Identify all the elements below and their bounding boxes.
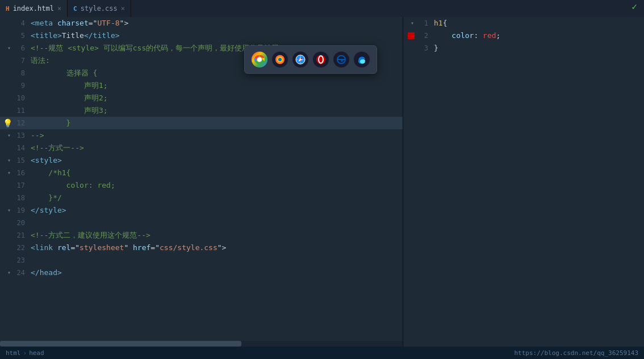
line-gutter-19: ▾ 19 bbox=[0, 204, 28, 217]
table-row: ▾ 13 --> bbox=[0, 129, 403, 142]
fold-icon-13[interactable]: ▾ bbox=[6, 132, 12, 139]
line-content-5: <title>Title</title> bbox=[28, 29, 403, 42]
line-content-21: <!--方式二，建议使用这个规范--> bbox=[28, 229, 403, 242]
h-scrollbar-thumb[interactable] bbox=[0, 341, 241, 347]
fold-icon-css-1[interactable]: ▾ bbox=[409, 20, 416, 27]
line-number-11: 11 bbox=[14, 104, 25, 117]
table-row: 14 <!--方式一--> bbox=[0, 142, 403, 154]
line-content-16: /*h1{ bbox=[28, 167, 403, 179]
status-bar: html › head https://blog.csdn.net/qq_362… bbox=[0, 347, 644, 359]
line-number-10: 10 bbox=[14, 92, 25, 104]
line-content-24: </head> bbox=[28, 267, 403, 279]
bulb-icon-12[interactable]: 💡 bbox=[3, 117, 12, 129]
table-row: 17 color: red; bbox=[0, 179, 403, 192]
opera-icon[interactable] bbox=[313, 52, 329, 67]
line-content-11: 声明3; bbox=[28, 104, 403, 117]
line-content-9: 声明1; bbox=[28, 79, 403, 92]
line-content-18: }*/ bbox=[28, 192, 403, 204]
table-row: 9 声明1; bbox=[0, 79, 403, 92]
fold-icon-6[interactable]: ▾ bbox=[6, 45, 12, 52]
line-gutter-21: 21 bbox=[0, 229, 28, 242]
css-icon: C bbox=[73, 5, 77, 12]
editor-area: e 4 <meta charset="UTF-8"> bbox=[0, 17, 644, 347]
h-scrollbar[interactable] bbox=[0, 341, 403, 347]
line-gutter-17: 17 bbox=[0, 179, 28, 192]
fold-icon-19[interactable]: ▾ bbox=[6, 207, 12, 214]
line-gutter-9: 9 bbox=[0, 79, 28, 92]
css-line-content-3: } bbox=[432, 42, 644, 54]
breadcrumb: html › head bbox=[6, 349, 44, 357]
line-number-16: 16 bbox=[14, 167, 25, 179]
line-number-6: 6 bbox=[14, 42, 25, 54]
line-content-4: <meta charset="UTF-8"> bbox=[28, 17, 403, 29]
line-gutter-18: 18 bbox=[0, 192, 28, 204]
line-gutter-20: 20 bbox=[0, 217, 28, 229]
tab-html-label: index.html bbox=[13, 5, 54, 12]
tab-css[interactable]: C style.css × bbox=[68, 0, 131, 17]
tab-bar: H index.html × C style.css × bbox=[0, 0, 644, 17]
css-code-container[interactable]: ▾ 1 h1{ 2 color: red; 3 bbox=[403, 17, 644, 347]
table-row: ▾ 16 /*h1{ bbox=[0, 167, 403, 179]
line-number-5: 5 bbox=[14, 29, 25, 42]
edge-icon[interactable] bbox=[354, 52, 370, 67]
line-number-20: 20 bbox=[14, 217, 25, 229]
line-gutter-6: ▾ 6 bbox=[0, 42, 28, 54]
line-gutter-10: 10 bbox=[0, 92, 28, 104]
line-gutter-4: 4 bbox=[0, 17, 28, 29]
tab-html[interactable]: H index.html × bbox=[0, 0, 68, 17]
css-line-gutter-2: 2 bbox=[403, 29, 432, 42]
css-code-lines: ▾ 1 h1{ 2 color: red; 3 bbox=[403, 17, 644, 54]
line-number-7: 7 bbox=[14, 54, 25, 67]
table-row: 18 }*/ bbox=[0, 192, 403, 204]
line-gutter-5: 5 bbox=[0, 29, 28, 42]
table-row: 4 <meta charset="UTF-8"> bbox=[0, 17, 403, 29]
line-content-19: </style> bbox=[28, 204, 403, 217]
table-row: 2 color: red; bbox=[403, 29, 644, 42]
line-number-22: 22 bbox=[14, 242, 25, 254]
line-content-13: --> bbox=[28, 129, 403, 142]
ie-icon[interactable]: e bbox=[333, 52, 349, 67]
tab-html-close[interactable]: × bbox=[57, 5, 61, 12]
status-url[interactable]: https://blog.csdn.net/qq_36259143 bbox=[514, 349, 638, 357]
table-row: 21 <!--方式二，建议使用这个规范--> bbox=[0, 229, 403, 242]
tab-css-close[interactable]: × bbox=[121, 5, 125, 12]
breadcrumb-head: head bbox=[29, 349, 44, 357]
fold-icon-24[interactable]: ▾ bbox=[6, 269, 12, 276]
line-number-14: 14 bbox=[14, 142, 25, 154]
table-row: 22 <link rel="stylesheet" href="css/styl… bbox=[0, 242, 403, 254]
line-number-15: 15 bbox=[14, 154, 25, 167]
line-gutter-22: 22 bbox=[0, 242, 28, 254]
line-content-17: color: red; bbox=[28, 179, 403, 192]
firefox-icon[interactable] bbox=[272, 52, 288, 67]
table-row: 20 bbox=[0, 217, 403, 229]
color-swatch-red[interactable] bbox=[408, 32, 415, 39]
line-number-4: 4 bbox=[14, 17, 25, 29]
fold-icon-15[interactable]: ▾ bbox=[6, 157, 12, 164]
line-number-17: 17 bbox=[14, 179, 25, 192]
css-line-gutter-3: 3 bbox=[403, 42, 432, 54]
safari-icon[interactable] bbox=[292, 52, 308, 67]
table-row: ▾ 15 <style> bbox=[0, 154, 403, 167]
svg-point-0 bbox=[257, 57, 262, 62]
fold-icon-16[interactable]: ▾ bbox=[6, 170, 12, 176]
line-content-10: 声明2; bbox=[28, 92, 403, 104]
table-row: 23 bbox=[0, 254, 403, 267]
line-gutter-12: 💡 12 bbox=[0, 117, 28, 129]
chrome-icon[interactable] bbox=[252, 52, 267, 67]
table-row: 5 <title>Title</title> bbox=[0, 29, 403, 42]
line-number-12: 12 bbox=[14, 117, 25, 129]
breadcrumb-separator: › bbox=[23, 349, 27, 357]
css-line-content-1: h1{ bbox=[432, 17, 644, 29]
tab-css-label: style.css bbox=[81, 5, 118, 12]
line-number-8: 8 bbox=[14, 67, 25, 79]
table-row: 3 } bbox=[403, 42, 644, 54]
table-row: 11 声明3; bbox=[0, 104, 403, 117]
table-row: ▾ 1 h1{ bbox=[403, 17, 644, 29]
table-row: 💡 12 } bbox=[0, 117, 403, 129]
line-gutter-15: ▾ 15 bbox=[0, 154, 28, 167]
line-gutter-7: 7 bbox=[0, 54, 28, 67]
breadcrumb-html: html bbox=[6, 349, 21, 357]
line-content-15: <style> bbox=[28, 154, 403, 167]
line-content-12: } bbox=[28, 117, 403, 129]
line-gutter-13: ▾ 13 bbox=[0, 129, 28, 142]
